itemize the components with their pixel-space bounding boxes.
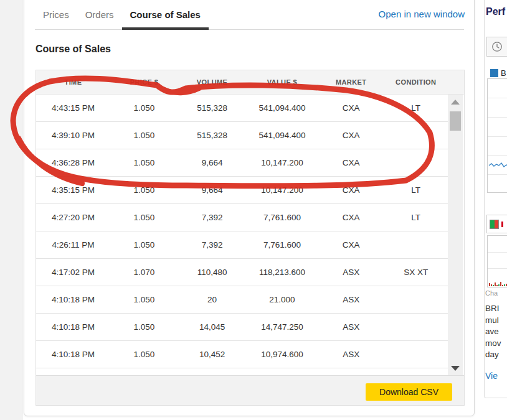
price-series-legend: B xyxy=(490,68,506,78)
cell-condition: LT xyxy=(384,213,448,222)
cell-volume: 9,664 xyxy=(178,158,246,167)
vertical-scrollbar[interactable] xyxy=(448,95,463,376)
cell-price: 1.050 xyxy=(110,185,178,195)
cell-market: CXA xyxy=(318,185,384,195)
cell-price: 1.050 xyxy=(110,322,178,332)
scroll-up-button[interactable] xyxy=(448,96,463,108)
table-rows: 4:43:15 PM1.050515,328541,094.400CXALT4:… xyxy=(36,95,448,376)
volume-bar xyxy=(495,282,496,286)
cut-off-red-label xyxy=(501,222,503,227)
volume-bar xyxy=(491,284,492,286)
blue-series-swatch-icon xyxy=(490,69,498,77)
tab-course-of-sales[interactable]: Course of Sales xyxy=(122,0,209,29)
cell-volume: 515,328 xyxy=(178,131,246,140)
view-more-link[interactable]: Vie xyxy=(485,371,498,381)
cell-volume: 515,328 xyxy=(178,103,246,113)
column-header-value[interactable]: VALUE $ xyxy=(246,78,318,86)
cell-time: 4:27:20 PM xyxy=(36,213,110,222)
paragraph-line: BRI xyxy=(485,303,501,315)
cell-value: 14,747.250 xyxy=(246,322,318,332)
cell-market: CXA xyxy=(318,103,384,113)
cell-value: 21.000 xyxy=(246,295,318,304)
cell-price: 1.050 xyxy=(110,350,178,359)
cell-value: 10,147.200 xyxy=(246,185,318,195)
open-in-new-window-link[interactable]: Open in new window xyxy=(349,9,465,19)
cell-market: CXA xyxy=(318,158,384,167)
triangle-up-icon xyxy=(451,100,460,105)
cell-market: CXA xyxy=(318,213,384,222)
cell-volume: 10,452 xyxy=(178,350,246,359)
table-row[interactable]: 4:26:11 PM1.0507,3927,761.600CXA xyxy=(36,231,448,259)
volume-bars xyxy=(489,282,507,286)
column-header-volume[interactable]: VOLUME xyxy=(178,78,246,86)
triangle-down-icon xyxy=(451,366,460,371)
paragraph-line: mov xyxy=(485,338,501,350)
cell-price: 1.050 xyxy=(110,158,178,167)
page: Prices Orders Course of Sales Open in ne… xyxy=(0,0,507,420)
cell-price: 1.070 xyxy=(110,268,178,277)
volume-bar xyxy=(498,284,500,286)
table-header-row: TIME PRICE $ VOLUME VALUE $ MARKET CONDI… xyxy=(36,70,464,95)
volume-bar xyxy=(500,282,501,286)
cell-time: 4:35:15 PM xyxy=(36,185,110,195)
paragraph-line: day xyxy=(485,349,501,361)
description-paragraph: BRI mul ave mov day xyxy=(485,303,501,361)
cell-value: 118,213.600 xyxy=(246,268,318,277)
table-row[interactable]: 4:36:28 PM1.0509,66410,147.200CXA xyxy=(36,149,448,177)
cell-market: ASX xyxy=(318,295,384,304)
cell-condition: SX XT xyxy=(384,268,448,277)
volume-bar xyxy=(502,285,503,286)
scroll-down-button[interactable] xyxy=(448,362,463,375)
cell-price: 1.050 xyxy=(110,240,178,250)
mini-line-series xyxy=(489,163,507,167)
cell-condition: LT xyxy=(384,185,448,195)
cell-condition: LT xyxy=(384,103,448,113)
cell-value: 541,094.400 xyxy=(246,103,318,113)
scrollbar-thumb[interactable] xyxy=(450,111,461,131)
tab-prices[interactable]: Prices xyxy=(35,0,77,29)
cell-value: 10,147.200 xyxy=(246,158,318,167)
cell-time: 4:43:15 PM xyxy=(36,103,110,113)
column-header-time[interactable]: TIME xyxy=(36,78,110,86)
time-range-tab[interactable] xyxy=(486,37,507,57)
cell-time: 4:10:18 PM xyxy=(36,322,110,332)
volume-bar xyxy=(493,285,494,286)
candlestick-legend[interactable] xyxy=(486,215,507,233)
cell-market: CXA xyxy=(318,240,384,250)
cell-market: ASX xyxy=(318,350,384,359)
table-row[interactable]: 4:10:18 PM1.0502021.000ASX xyxy=(36,286,448,314)
cell-value: 541,094.400 xyxy=(246,131,318,140)
cell-volume: 9,664 xyxy=(178,185,246,195)
cell-price: 1.050 xyxy=(110,295,178,304)
page-title: Course of Sales xyxy=(36,44,111,55)
volume-bar xyxy=(504,284,505,286)
column-header-condition[interactable]: CONDITION xyxy=(384,78,448,86)
table-row[interactable]: 4:17:02 PM1.070110,480118,213.600ASXSX X… xyxy=(36,259,448,286)
table-row[interactable]: 4:39:10 PM1.050515,328541,094.400CXA xyxy=(36,122,448,149)
cell-market: CXA xyxy=(318,131,384,140)
cell-time: 4:10:18 PM xyxy=(36,350,110,359)
mini-price-chart xyxy=(487,78,507,193)
cell-volume: 14,045 xyxy=(178,322,246,332)
column-header-market[interactable]: MARKET xyxy=(318,78,384,86)
cell-value: 7,761.600 xyxy=(246,240,318,250)
cell-price: 1.050 xyxy=(110,131,178,140)
cell-market: ASX xyxy=(318,322,384,332)
paragraph-line: ave xyxy=(485,326,501,338)
column-header-price[interactable]: PRICE $ xyxy=(110,78,178,86)
table-row[interactable]: 4:35:15 PM1.0509,66410,147.200CXALT xyxy=(36,177,448,204)
table-row[interactable]: 4:10:18 PM1.05010,45210,974.600ASX xyxy=(36,341,448,368)
table-row[interactable]: 4:43:15 PM1.050515,328541,094.400CXALT xyxy=(36,95,448,122)
gridline xyxy=(488,252,507,253)
paragraph-line: mul xyxy=(485,315,501,327)
cell-time: 4:36:28 PM xyxy=(36,158,110,167)
cell-volume: 110,480 xyxy=(178,268,246,277)
cell-value: 10,974.600 xyxy=(246,350,318,359)
download-csv-button[interactable]: Download CSV xyxy=(366,383,452,401)
tab-orders[interactable]: Orders xyxy=(77,0,122,29)
cell-volume: 7,392 xyxy=(178,213,246,222)
gridline xyxy=(488,268,507,269)
volume-bar xyxy=(496,285,498,286)
table-row[interactable]: 4:27:20 PM1.0507,3927,761.600CXALT xyxy=(36,204,448,231)
table-row[interactable]: 4:10:18 PM1.05014,04514,747.250ASX xyxy=(36,314,448,341)
